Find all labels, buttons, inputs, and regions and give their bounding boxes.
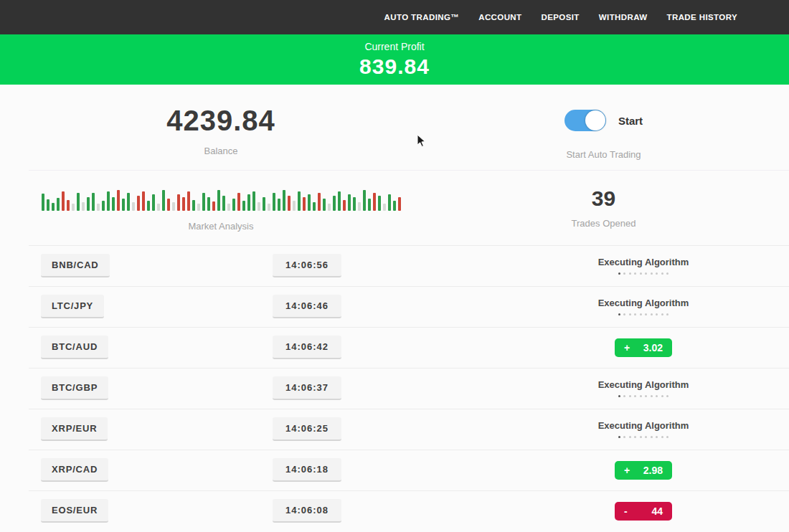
profit-banner: Current Profit 839.84 [0,34,789,85]
market-bar [378,196,381,211]
market-bar [353,197,356,211]
market-bar [343,200,346,211]
balance-value: 4239.84 [0,105,442,136]
market-bar [217,190,220,211]
trades-opened-value: 39 [442,186,765,211]
market-bar [318,193,321,211]
market-bar [393,201,396,211]
market-bar [258,202,260,211]
pair-badge: EOS/EUR [41,499,108,523]
market-bar [202,193,205,211]
toggle-label: Start [618,115,643,127]
market-section: Market Analysis 39 Trades Opened [0,171,789,245]
market-bar [333,196,336,211]
pair-badge: XRP/CAD [41,458,108,482]
market-bar [237,193,240,211]
balance-block: 4239.84 Balance [0,105,442,170]
trade-row: EOS/EUR 14:06:08 - 44 [0,490,789,531]
market-bar [97,204,100,211]
market-bar [308,194,311,211]
market-bar [288,196,290,211]
nav-item-auto-trading[interactable]: AUTO TRADING™ [384,13,460,22]
result-sign: + [624,465,630,476]
market-bar [268,204,270,211]
executing-label: Executing Algorithm [572,379,715,390]
trades-table: BNB/CAD 14:06:56 Executing Algorithm LTC… [0,245,789,531]
market-bar [383,204,386,211]
market-bar [52,203,55,211]
market-bar [348,194,351,211]
auto-trading-block: Start Start Auto Trading [442,105,765,170]
market-bar [47,199,49,211]
market-bar [182,197,185,211]
market-bar [263,197,265,211]
market-bar [187,191,190,211]
time-badge: 14:06:37 [273,376,341,400]
market-bar [338,191,341,211]
market-bar [92,193,95,211]
market-bar [232,199,235,211]
market-bar [132,202,135,211]
market-bar [87,197,90,211]
market-bar [42,194,44,211]
market-bar [142,191,145,211]
market-bar [227,204,230,211]
pair-badge: BTC/AUD [41,336,108,359]
auto-trading-toggle[interactable] [564,110,606,131]
market-bar [373,193,376,211]
nav-item-trade-history[interactable]: TRADE HISTORY [667,13,738,22]
market-analysis-label: Market Analysis [0,221,442,232]
balance-label: Balance [0,146,442,156]
profit-banner-label: Current Profit [364,41,424,52]
market-bar [278,199,280,211]
market-bar [112,197,115,211]
pair-badge: BTC/GBP [41,376,108,400]
pair-badge: XRP/EUR [41,417,108,441]
market-bar [368,199,371,211]
market-bar [298,191,301,211]
market-analysis-chart [42,185,401,211]
trades-opened-label: Trades Opened [442,218,765,229]
market-bar [177,194,180,211]
result-value: 2.98 [643,465,663,476]
market-bar [167,199,170,211]
market-bar [172,202,175,211]
market-bar [102,201,105,211]
result-sign: + [624,342,630,353]
market-bar [242,201,245,211]
nav-item-deposit[interactable]: DEPOSIT [542,13,580,22]
result-sign: - [624,505,628,517]
result-badge: + 2.98 [615,461,672,480]
time-badge: 14:06:25 [273,417,341,441]
market-bar [162,190,165,211]
progress-dots-icon [572,313,715,315]
market-bar [363,190,366,211]
market-bar [137,196,140,211]
time-badge: 14:06:18 [273,458,341,482]
executing-status: Executing Algorithm [572,298,715,315]
time-badge: 14:06:08 [273,499,341,523]
trades-opened-block: 39 Trades Opened [442,185,765,245]
pair-badge: BNB/CAD [41,254,110,277]
time-badge: 14:06:42 [273,336,341,359]
toggle-knob-icon [585,110,605,130]
market-bar [293,201,296,211]
market-bar [197,204,200,211]
nav-item-withdraw[interactable]: WITHDRAW [599,13,648,22]
market-bar [152,194,155,211]
trade-row: LTC/JPY 14:06:46 Executing Algorithm [0,286,789,327]
auto-trading-label: Start Auto Trading [442,149,765,160]
market-bar [313,202,316,211]
market-bar [82,202,85,211]
market-bar [398,197,401,211]
result-value: 3.02 [643,342,663,353]
trade-row: XRP/EUR 14:06:25 Executing Algorithm [0,409,789,450]
market-bar [147,201,150,211]
market-bar [323,199,326,211]
nav-item-account[interactable]: ACCOUNT [478,13,521,22]
trade-row: XRP/CAD 14:06:18 + 2.98 [0,450,789,490]
market-bar [283,190,285,211]
market-bar [222,196,225,211]
market-bar [207,197,210,211]
result-value: 44 [651,505,663,517]
